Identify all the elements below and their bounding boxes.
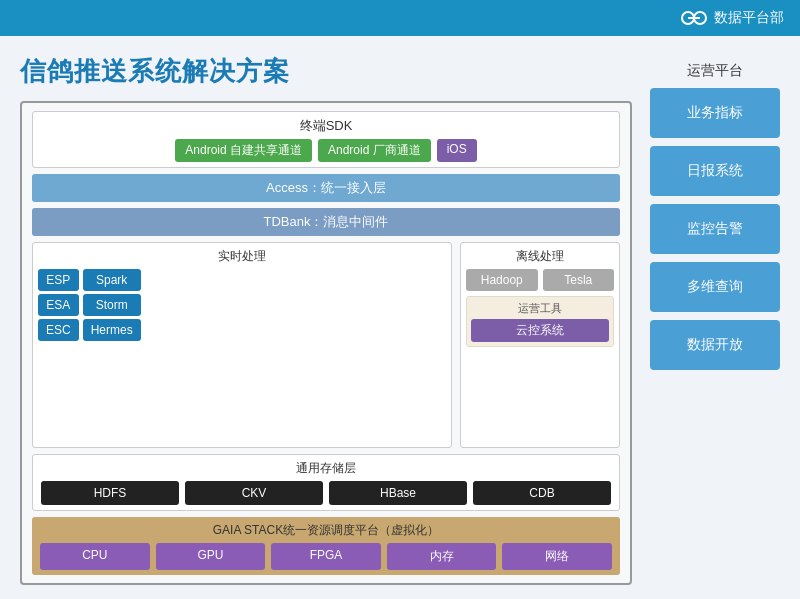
ckv-btn: CKV	[185, 481, 323, 505]
logo-text: 数据平台部	[714, 9, 784, 27]
ios-btn: iOS	[437, 139, 477, 162]
gpu-btn: GPU	[156, 543, 266, 570]
yunying-box: 运营工具 云控系统	[466, 296, 614, 347]
cloud-control-btn: 云控系统	[471, 319, 609, 342]
tdbank-row: TDBank：消息中间件	[32, 208, 620, 236]
network-btn: 网络	[502, 543, 612, 570]
page-title: 信鸽推送系统解决方案	[20, 54, 632, 89]
realtime-content: ESP ESA ESC Spark Storm Hermes	[38, 269, 446, 341]
header: 数据平台部	[0, 0, 800, 36]
architecture-diagram: 终端SDK Android 自建共享通道 Android 厂商通道 iOS Ac…	[20, 101, 632, 585]
sidebar-item-monitor[interactable]: 监控告警	[650, 204, 780, 254]
hadoop-btn: Hadoop	[466, 269, 538, 291]
storm-btn: Storm	[83, 294, 141, 316]
diagram-area: 信鸽推送系统解决方案 终端SDK Android 自建共享通道 Android …	[20, 54, 632, 585]
sidebar-item-query[interactable]: 多维查询	[650, 262, 780, 312]
spark-btn: Spark	[83, 269, 141, 291]
offline-title: 离线处理	[466, 248, 614, 265]
storage-row: 通用存储层 HDFS CKV HBase CDB	[32, 454, 620, 511]
sidebar-title: 运营平台	[650, 54, 780, 88]
offline-box: 离线处理 Hadoop Tesla 运营工具 云控系统	[460, 242, 620, 448]
memory-btn: 内存	[387, 543, 497, 570]
realtime-box: 实时处理 ESP ESA ESC Spark Storm Hermes	[32, 242, 452, 448]
rt-left-col: ESP ESA ESC	[38, 269, 79, 341]
storage-btns: HDFS CKV HBase CDB	[41, 481, 611, 505]
access-row: Access：统一接入层	[32, 174, 620, 202]
android-shared-btn: Android 自建共享通道	[175, 139, 312, 162]
yunying-title: 运营工具	[471, 301, 609, 316]
logo-area: 数据平台部	[680, 9, 784, 27]
sidebar-item-business[interactable]: 业务指标	[650, 88, 780, 138]
cpu-btn: CPU	[40, 543, 150, 570]
sdk-label: 终端SDK	[41, 117, 611, 135]
gaia-btns: CPU GPU FPGA 内存 网络	[40, 543, 612, 570]
esc-btn: ESC	[38, 319, 79, 341]
sdk-section: 终端SDK Android 自建共享通道 Android 厂商通道 iOS	[32, 111, 620, 168]
esp-btn: ESP	[38, 269, 79, 291]
realtime-title: 实时处理	[38, 248, 446, 265]
gaia-title: GAIA STACK统一资源调度平台（虚拟化）	[40, 522, 612, 539]
right-sidebar: 运营平台 业务指标 日报系统 监控告警 多维查询 数据开放	[650, 54, 780, 585]
esa-btn: ESA	[38, 294, 79, 316]
hermes-btn: Hermes	[83, 319, 141, 341]
storage-title: 通用存储层	[41, 460, 611, 477]
processing-row: 实时处理 ESP ESA ESC Spark Storm Hermes	[32, 242, 620, 448]
sdk-buttons: Android 自建共享通道 Android 厂商通道 iOS	[41, 139, 611, 162]
tesla-btn: Tesla	[543, 269, 615, 291]
fpga-btn: FPGA	[271, 543, 381, 570]
hbase-btn: HBase	[329, 481, 467, 505]
rt-right-col: Spark Storm Hermes	[83, 269, 141, 341]
sidebar-item-data-open[interactable]: 数据开放	[650, 320, 780, 370]
offline-top: Hadoop Tesla	[466, 269, 614, 291]
android-vendor-btn: Android 厂商通道	[318, 139, 431, 162]
sidebar-item-daily[interactable]: 日报系统	[650, 146, 780, 196]
gaia-row: GAIA STACK统一资源调度平台（虚拟化） CPU GPU FPGA 内存 …	[32, 517, 620, 575]
main-content: 信鸽推送系统解决方案 终端SDK Android 自建共享通道 Android …	[0, 36, 800, 599]
cdb-btn: CDB	[473, 481, 611, 505]
logo-icon	[680, 9, 708, 27]
hdfs-btn: HDFS	[41, 481, 179, 505]
